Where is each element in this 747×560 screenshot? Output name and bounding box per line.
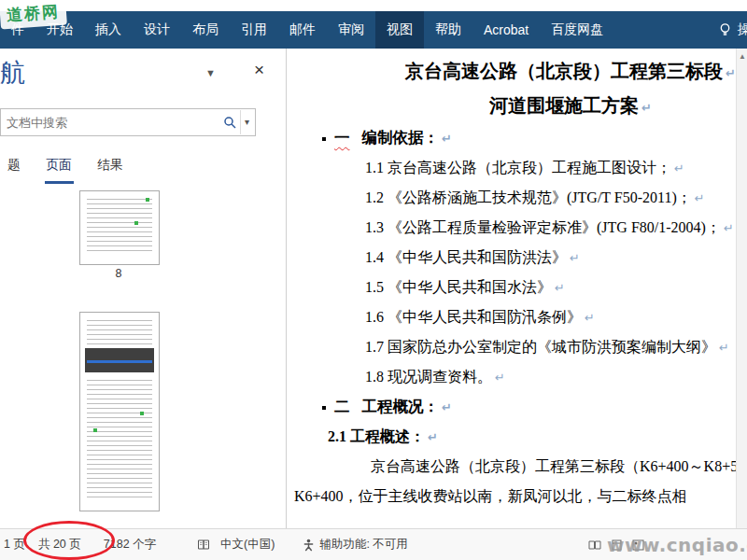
heading-number: 一 — [334, 129, 350, 147]
nav-tab-strip: 题 页面 结果 — [0, 153, 125, 184]
doc-list-item-1-6: 1.6 《中华人民共和国防汛条例》 — [365, 302, 737, 332]
navigation-pane: 航 ▼ × ▾ 题 页面 结果 8 — [0, 49, 286, 528]
doc-list-item-1-4: 1.4 《中华人民共和国防洪法》 — [365, 243, 737, 273]
word-count-status[interactable]: 7182 个字 — [104, 537, 156, 553]
ribbon-tab-bar: 件 开始 插入 设计 布局 引用 邮件 审阅 视图 帮助 Acrobat 百度网… — [0, 11, 747, 49]
doc-list-item-1-7: 1.7 国家防总办公室制定的《城市防洪预案编制大纲》 — [365, 332, 737, 362]
doc-list-item-1-2: 1.2 《公路桥涵施工技术规范》(JTG/T F50-2011)； — [365, 183, 737, 213]
thumbnail-page-number: 8 — [79, 267, 158, 280]
green-mark — [134, 221, 138, 225]
ribbon-tab-design[interactable]: 设计 — [133, 11, 181, 49]
status-bar: 1 页 共 20 页 7182 个字 中文(中国) 辅助功能: 不可用 — [0, 528, 747, 560]
close-icon[interactable]: × — [254, 60, 264, 80]
search-input[interactable] — [1, 116, 219, 130]
green-mark — [93, 428, 97, 432]
nav-search-box: ▾ — [0, 108, 256, 136]
print-layout-icon[interactable] — [611, 539, 623, 551]
document-canvas[interactable]: 京台高速公路（北京段）工程第三标段 河道围堰施工方案 一编制依据： 1.1 京台… — [286, 49, 737, 528]
search-options-chevron-icon[interactable]: ▾ — [240, 110, 255, 134]
ribbon-tab-insert[interactable]: 插入 — [84, 11, 133, 49]
list-bullet — [322, 137, 326, 141]
thumbnail-figure — [85, 348, 154, 372]
doc-subtitle-line: 河道围堰施工方案 — [290, 89, 737, 123]
read-mode-icon[interactable] — [588, 539, 601, 551]
ribbon-tab-view[interactable]: 视图 — [375, 11, 424, 49]
ribbon-tab-help[interactable]: 帮助 — [424, 11, 472, 49]
ribbon-tab-references[interactable]: 引用 — [230, 11, 278, 49]
doc-list-item-1-1: 1.1 京台高速公路（北京段）工程施工图设计； — [365, 153, 737, 183]
document-page: 京台高速公路（北京段）工程第三标段 河道围堰施工方案 一编制依据： 1.1 京台… — [290, 54, 737, 511]
tell-me-search[interactable]: 操 — [711, 11, 747, 49]
doc-title-line: 京台高速公路（北京段）工程第三标段 — [290, 54, 737, 89]
chevron-down-icon[interactable]: ▼ — [205, 67, 216, 78]
language-status[interactable]: 中文(中国) — [220, 537, 275, 553]
heading-text: 编制依据： — [362, 129, 440, 147]
page-thumbnail-8[interactable] — [79, 190, 160, 265]
doc-heading-1: 一编制依据： — [322, 123, 737, 153]
page-thumbnail-9[interactable] — [79, 312, 160, 511]
doc-paragraph-line: K6+400，位于主线收费站以南，新凤河以北，与二标终点相 — [294, 482, 737, 511]
green-mark — [146, 198, 149, 202]
doc-heading-2: 二工程概况： — [322, 392, 737, 422]
lightbulb-icon — [718, 22, 732, 37]
nav-tab-results[interactable]: 结果 — [96, 153, 125, 184]
page-number-status[interactable]: 1 页 — [4, 537, 25, 553]
thumbnail-text-lines — [87, 380, 152, 501]
doc-list-item-1-5: 1.5 《中华人民共和国水法》 — [365, 273, 737, 302]
doc-list-item-1-3: 1.3 《公路工程质量检验评定标准》(JTG F80/1-2004)； — [365, 213, 737, 243]
green-mark — [140, 412, 144, 415]
ribbon-tab-acrobat[interactable]: Acrobat — [472, 11, 540, 49]
tell-me-label: 操 — [738, 21, 747, 38]
proofing-book-icon[interactable] — [197, 539, 211, 551]
nav-tab-pages[interactable]: 页面 — [45, 153, 74, 184]
ribbon-tab-layout[interactable]: 布局 — [181, 11, 230, 49]
watermark-daoqiaowang: 道桥网 — [0, 0, 67, 29]
vertical-scrollbar[interactable]: ▲ — [736, 49, 747, 528]
thumbnail-text-lines — [87, 320, 152, 346]
view-switcher — [588, 539, 644, 551]
heading-text: 工程概况： — [362, 398, 440, 415]
total-pages-status[interactable]: 共 20 页 — [38, 537, 81, 553]
doc-list-item-1-8: 1.8 现况调查资料。 — [365, 362, 737, 392]
doc-paragraph-line: 京台高速公路（北京段）工程第三标段（K6+400～K8+5 — [371, 452, 737, 482]
accessibility-icon[interactable] — [303, 539, 315, 552]
nav-pane-title: 航 — [0, 56, 25, 90]
ribbon-tab-mailings[interactable]: 邮件 — [278, 11, 327, 49]
nav-tab-headings[interactable]: 题 — [6, 153, 22, 184]
thumbnail-text-lines — [87, 199, 152, 255]
ribbon-tab-review[interactable]: 审阅 — [327, 11, 375, 49]
heading-number: 二 — [334, 398, 350, 415]
accessibility-status[interactable]: 辅助功能: 不可用 — [319, 537, 407, 553]
scroll-up-icon[interactable]: ▲ — [737, 49, 747, 61]
doc-subheading-2-1: 2.1 工程概述： — [328, 422, 737, 452]
web-layout-icon[interactable] — [632, 539, 644, 551]
list-bullet — [322, 406, 326, 410]
search-icon[interactable] — [219, 116, 240, 129]
ribbon-tab-baidu-netdisk[interactable]: 百度网盘 — [540, 11, 614, 49]
